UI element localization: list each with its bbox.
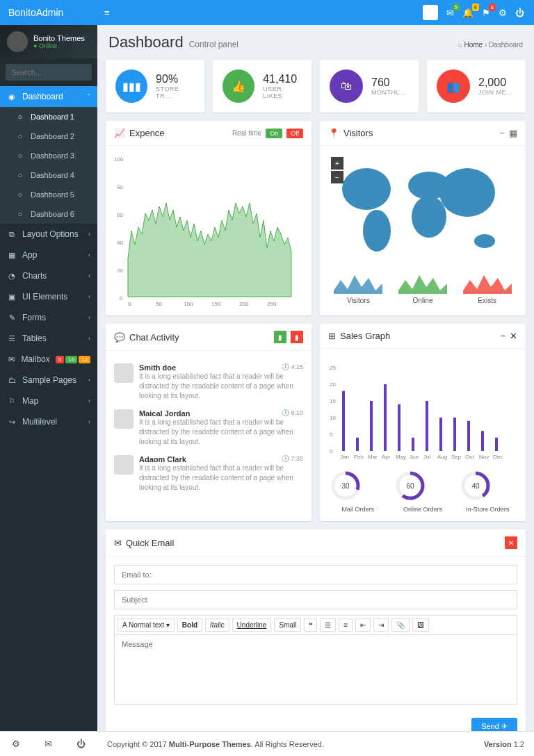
svg-text:Jun: Jun — [410, 454, 419, 460]
chat-name: Adaom Clark — [139, 455, 303, 463]
sales-collapse[interactable]: − — [500, 331, 505, 341]
email-to-input[interactable] — [114, 565, 517, 584]
svg-text:40: 40 — [117, 240, 123, 246]
stat-label: USER LIKES — [263, 85, 302, 99]
bell-icon[interactable]: 🔔4 — [462, 8, 474, 18]
nav-dashboard-1[interactable]: ○Dashboard 1 — [0, 107, 97, 126]
footer-gear-icon[interactable]: ⚙ — [12, 739, 20, 749]
email-body-input[interactable] — [114, 635, 517, 705]
footer-mail-icon[interactable]: ✉ — [44, 739, 52, 749]
email-subject-input[interactable] — [114, 590, 517, 609]
image-button[interactable]: 🖼 — [412, 618, 429, 632]
nav-layout[interactable]: ⧉Layout Options‹ — [0, 224, 97, 245]
user-status: ● Online — [33, 42, 85, 49]
zoom-out[interactable]: − — [331, 171, 343, 183]
chat-add[interactable]: ▮ — [274, 331, 286, 343]
svg-text:20: 20 — [330, 381, 336, 388]
sidebar-toggle[interactable]: ≡ — [97, 8, 117, 18]
svg-text:150: 150 — [211, 301, 221, 307]
chat-remove[interactable]: ▮ — [291, 331, 303, 343]
visitors-title: Visitors — [343, 128, 373, 138]
svg-text:20: 20 — [117, 268, 123, 274]
nav-forms[interactable]: ✎Forms‹ — [0, 307, 97, 328]
power-icon[interactable]: ⏻ — [515, 8, 524, 18]
chat-time: 🕓 4:15 — [282, 363, 303, 370]
chat-icon: 💬 — [114, 332, 125, 343]
svg-text:Nov: Nov — [479, 454, 489, 460]
ol-button[interactable]: ≡ — [339, 618, 353, 632]
svg-text:80: 80 — [117, 184, 123, 190]
nav-mailbox[interactable]: ✉Mailbox51612 — [0, 349, 97, 370]
svg-rect-31 — [384, 384, 387, 451]
realtime-on[interactable]: On — [266, 129, 282, 138]
nav-dashboard-4[interactable]: ○Dashboard 4 — [0, 165, 97, 185]
italic-button[interactable]: Italic — [205, 618, 229, 632]
attach-button[interactable]: 📎 — [391, 618, 410, 632]
sales-close[interactable]: ✕ — [510, 331, 517, 341]
nav-dashboard-5[interactable]: ○Dashboard 5 — [0, 185, 97, 204]
font-button[interactable]: A Normal text ▾ — [118, 618, 175, 632]
underline-button[interactable]: Underline — [232, 618, 272, 632]
collapse-icon[interactable]: − — [499, 128, 505, 138]
search-input[interactable] — [6, 64, 113, 81]
gear-icon[interactable]: ⚙ — [499, 8, 507, 18]
nav-dashboard-3[interactable]: ○Dashboard 3 — [0, 146, 97, 165]
stat-value: 90% — [156, 73, 195, 85]
svg-point-14 — [363, 210, 391, 252]
svg-text:0: 0 — [120, 295, 123, 302]
svg-rect-29 — [370, 401, 373, 451]
quote-button[interactable]: ❝ — [304, 618, 317, 632]
svg-text:0: 0 — [128, 301, 131, 307]
stat-icon: ▮▮▮ — [115, 69, 147, 103]
chat-avatar — [114, 363, 134, 383]
donut-label: Online Orders — [393, 506, 452, 513]
donut-chart: 30 — [328, 468, 363, 503]
small-button[interactable]: Small — [274, 618, 301, 632]
chat-time: 🕓 7:30 — [282, 455, 303, 462]
stat-label: STORE TR... — [156, 85, 195, 99]
nav-sample[interactable]: 🗀Sample Pages‹ — [0, 370, 97, 391]
donut-chart: 60 — [393, 468, 428, 503]
nav-dashboard[interactable]: ◉Dashboard˅ — [0, 86, 97, 107]
nav-tables[interactable]: ☰Tables‹ — [0, 328, 97, 349]
mail-icon[interactable]: ✉5 — [446, 8, 454, 18]
stat-value: 41,410 — [263, 73, 302, 85]
user-avatar[interactable] — [423, 5, 438, 20]
sales-title: Sales Graph — [340, 331, 390, 341]
ul-button[interactable]: ☰ — [320, 618, 336, 632]
zoom-in[interactable]: + — [331, 157, 343, 170]
svg-text:40: 40 — [471, 482, 480, 490]
stat-card: 👍41,410USER LIKES — [213, 60, 312, 113]
chat-name: Maical Jordan — [139, 409, 303, 418]
stat-icon: 🛍 — [330, 69, 363, 103]
svg-rect-35 — [412, 438, 414, 451]
footer-power-icon[interactable]: ⏻ — [76, 739, 86, 749]
svg-text:Sep: Sep — [451, 454, 462, 460]
flag-icon[interactable]: ⚑8 — [482, 8, 490, 18]
nav-app[interactable]: ▦App‹ — [0, 245, 97, 265]
email-close[interactable]: ✕ — [505, 536, 517, 549]
calendar-icon[interactable]: ▦ — [509, 128, 517, 138]
sparkline-label: Visitors — [328, 297, 389, 304]
sidebar-avatar[interactable] — [7, 31, 28, 52]
svg-text:0: 0 — [330, 448, 333, 454]
nav-charts[interactable]: ◔Charts‹ — [0, 265, 97, 286]
stat-label: MONTHL... — [371, 89, 406, 96]
svg-rect-41 — [453, 418, 456, 451]
sparkline — [334, 270, 382, 294]
svg-rect-37 — [426, 401, 428, 451]
breadcrumb-home[interactable]: Home — [464, 41, 483, 49]
realtime-off[interactable]: Off — [286, 129, 303, 138]
nav-ui[interactable]: ▣UI Elements‹ — [0, 286, 97, 307]
nav-dashboard-6[interactable]: ○Dashboard 6 — [0, 204, 97, 224]
brand-logo[interactable]: BonitoAdmin — [0, 7, 97, 18]
bold-button[interactable]: Bold — [177, 618, 202, 632]
nav-map[interactable]: ⚐Map‹ — [0, 391, 97, 411]
nav-dashboard-2[interactable]: ○Dashboard 2 — [0, 126, 97, 146]
outdent-button[interactable]: ⇤ — [355, 618, 371, 632]
indent-button[interactable]: ⇥ — [373, 618, 389, 632]
svg-text:30: 30 — [341, 482, 350, 490]
nav-multilevel[interactable]: ↪Multilevel‹ — [0, 411, 97, 432]
chat-title: Chat Activity — [129, 332, 179, 343]
send-button[interactable]: Send ✈ — [471, 718, 517, 731]
